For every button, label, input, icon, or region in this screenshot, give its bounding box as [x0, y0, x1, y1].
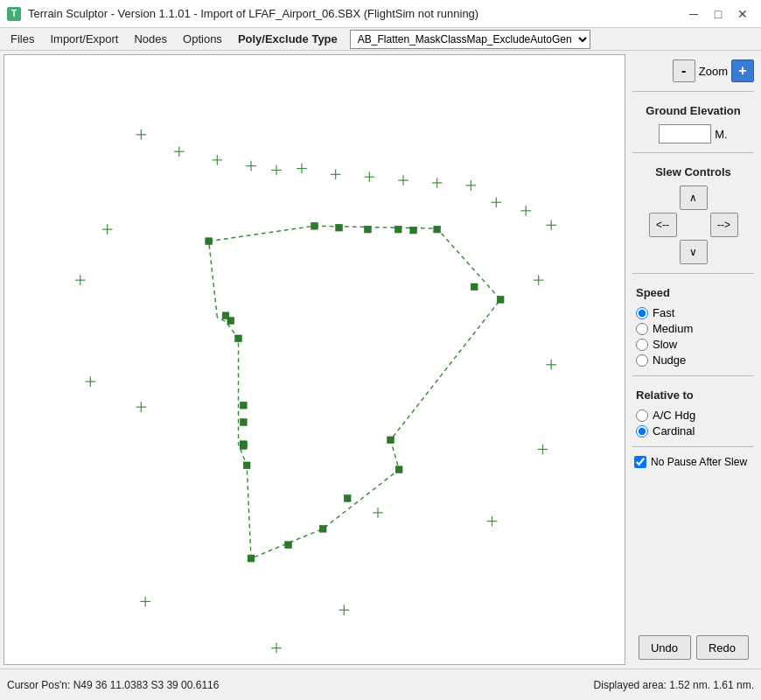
relative-cardinal-label[interactable]: Cardinal — [636, 424, 754, 438]
speed-medium-radio[interactable] — [636, 323, 648, 335]
terrain-svg — [4, 55, 625, 664]
menu-nodes[interactable]: Nodes — [127, 31, 174, 47]
undo-button[interactable]: Undo — [639, 635, 691, 660]
map-canvas[interactable] — [3, 54, 625, 665]
svg-rect-73 — [235, 335, 242, 342]
relative-to-title: Relative to — [632, 388, 754, 402]
elevation-row: M. — [632, 124, 754, 144]
app-title: Terrain Sculptor - Version 1.1.01 - Impo… — [28, 7, 675, 20]
slew-right-button[interactable]: --> — [710, 213, 738, 237]
svg-rect-78 — [471, 284, 478, 290]
menu-poly-type[interactable]: Poly/Exclude Type — [231, 31, 345, 47]
speed-slow-label[interactable]: Slow — [636, 338, 754, 351]
menu-options[interactable]: Options — [176, 31, 229, 47]
relative-ac-hdg-text: A/C Hdg — [653, 409, 695, 422]
title-bar: T Terrain Sculptor - Version 1.1.01 - Im… — [0, 0, 761, 28]
speed-fast-radio[interactable] — [636, 307, 648, 319]
svg-rect-75 — [222, 312, 229, 319]
status-bar: Cursor Pos'n: N49 36 11.0383 S3 39 00.61… — [0, 668, 761, 700]
svg-rect-63 — [497, 297, 504, 304]
poly-type-select[interactable]: AB_Flatten_MaskClassMap_ExcludeAutoGen — [350, 30, 590, 49]
redo-button[interactable]: Redo — [696, 635, 749, 660]
speed-nudge-text: Nudge — [653, 354, 686, 367]
speed-medium-text: Medium — [653, 322, 693, 335]
relative-cardinal-radio[interactable] — [636, 425, 648, 438]
svg-rect-70 — [240, 443, 247, 450]
svg-rect-65 — [395, 466, 402, 473]
svg-rect-80 — [344, 495, 351, 502]
svg-rect-71 — [240, 419, 247, 426]
divider-2 — [632, 152, 754, 153]
zoom-out-button[interactable]: - — [673, 60, 695, 82]
relative-ac-hdg-radio[interactable] — [636, 410, 648, 422]
divider-3 — [632, 273, 754, 274]
zoom-in-button[interactable]: + — [731, 60, 754, 82]
svg-rect-60 — [365, 226, 372, 233]
speed-title: Speed — [632, 286, 754, 299]
speed-slow-radio[interactable] — [636, 339, 648, 351]
slew-controls-title: Slew Controls — [632, 165, 754, 178]
speed-slow-text: Slow — [653, 338, 677, 351]
svg-rect-64 — [387, 437, 394, 444]
undo-redo-row: Undo Redo — [632, 635, 754, 660]
menu-files[interactable]: Files — [3, 31, 41, 47]
elevation-input[interactable] — [659, 124, 711, 144]
svg-rect-59 — [311, 222, 318, 229]
relative-cardinal-text: Cardinal — [653, 424, 695, 438]
main-area: - Zoom + Ground Elevation M. Slew Contro… — [0, 51, 761, 668]
relative-to-group: A/C Hdg Cardinal — [632, 409, 754, 438]
maximize-button[interactable]: □ — [707, 4, 730, 24]
speed-medium-label[interactable]: Medium — [636, 322, 754, 335]
menu-bar: Files Import/Export Nodes Options Poly/E… — [0, 28, 761, 51]
divider-5 — [632, 446, 754, 447]
minimize-button[interactable]: ─ — [682, 4, 705, 24]
right-panel: - Zoom + Ground Elevation M. Slew Contro… — [625, 51, 761, 668]
divider-4 — [632, 375, 754, 376]
svg-rect-61 — [394, 226, 401, 233]
elevation-unit: M. — [715, 128, 727, 141]
displayed-area: Displayed area: 1.52 nm. 1.61 nm. — [594, 679, 754, 691]
slew-grid: ∧ <-- --> ∨ — [632, 186, 754, 264]
slew-up-button[interactable]: ∧ — [680, 186, 708, 210]
speed-fast-label[interactable]: Fast — [636, 306, 754, 319]
close-button[interactable]: ✕ — [731, 4, 754, 24]
svg-rect-62 — [434, 226, 441, 233]
svg-rect-58 — [206, 238, 213, 245]
speed-group: Fast Medium Slow Nudge — [632, 306, 754, 367]
no-pause-checkbox[interactable] — [634, 456, 646, 468]
svg-rect-79 — [285, 542, 292, 549]
ground-elevation-title: Ground Elevation — [632, 104, 754, 117]
svg-rect-0 — [14, 55, 614, 664]
slew-left-button[interactable]: <-- — [649, 213, 677, 237]
app-icon: T — [7, 7, 21, 21]
menu-import-export[interactable]: Import/Export — [43, 31, 125, 47]
speed-nudge-label[interactable]: Nudge — [636, 354, 754, 367]
svg-rect-67 — [248, 555, 255, 562]
no-pause-label: No Pause After Slew — [651, 456, 747, 468]
svg-rect-66 — [319, 525, 326, 532]
svg-rect-76 — [336, 224, 343, 231]
cursor-position: Cursor Pos'n: N49 36 11.0383 S3 39 00.61… — [7, 679, 219, 691]
svg-rect-77 — [410, 227, 417, 234]
svg-rect-68 — [243, 462, 250, 469]
window-controls: ─ □ ✕ — [682, 4, 754, 24]
speed-fast-text: Fast — [653, 306, 674, 319]
divider-1 — [632, 91, 754, 92]
slew-down-button[interactable]: ∨ — [680, 240, 708, 264]
speed-nudge-radio[interactable] — [636, 354, 648, 367]
zoom-label: Zoom — [699, 65, 728, 78]
svg-rect-72 — [240, 402, 247, 409]
relative-ac-hdg-label[interactable]: A/C Hdg — [636, 409, 754, 422]
zoom-controls: - Zoom + — [632, 60, 754, 82]
no-pause-row: No Pause After Slew — [632, 456, 754, 468]
